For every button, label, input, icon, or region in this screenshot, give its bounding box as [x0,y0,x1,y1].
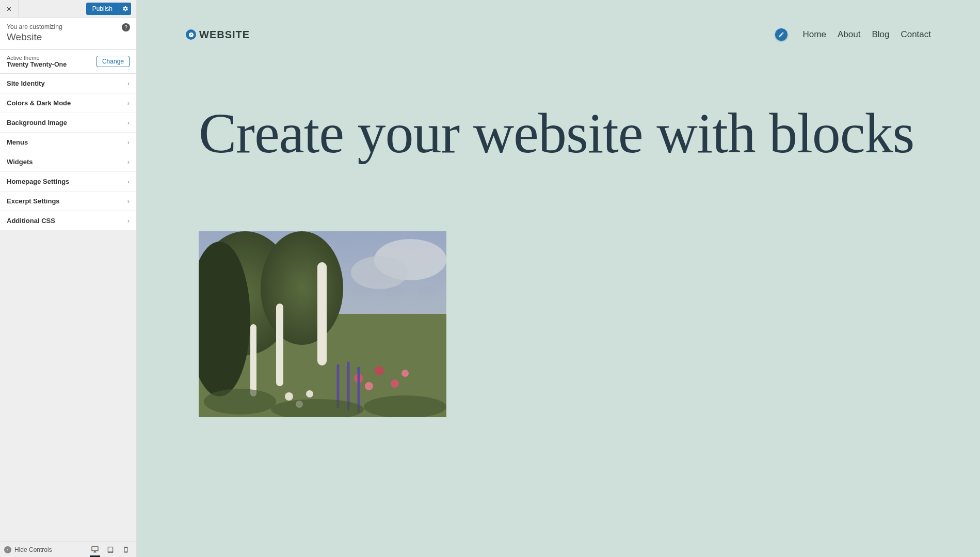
panel-label: Additional CSS [7,217,55,225]
panel-site-identity[interactable]: Site Identity › [0,74,136,93]
nav-link-contact[interactable]: Contact [901,29,931,40]
svg-rect-8 [276,304,283,386]
panel-label: Background Image [7,119,67,126]
panel-label: Excerpt Settings [7,197,60,205]
hero-section: Create your website with blocks [137,41,980,164]
chevron-right-icon: › [127,178,130,185]
panel-label: Menus [7,138,28,146]
edit-shortcut-nav[interactable] [775,28,788,41]
svg-rect-9 [250,324,256,396]
compass-icon [186,29,196,40]
device-mobile-button[interactable] [122,546,130,554]
panel-widgets[interactable]: Widgets › [0,152,136,172]
svg-rect-7 [317,262,327,365]
panel-homepage-settings[interactable]: Homepage Settings › [0,172,136,192]
site-preview: WEBSITE Home About Blog Contact Create y… [137,0,980,557]
chevron-right-icon: › [127,217,130,225]
customizing-info: You are customizing Website ? [0,18,136,50]
svg-point-11 [365,382,373,390]
svg-point-12 [375,366,384,375]
panel-colors-dark-mode[interactable]: Colors & Dark Mode › [0,93,136,113]
panel-label: Site Identity [7,79,45,87]
active-theme-box: Active theme Twenty Twenty-One Change [0,50,136,74]
customizer-sidebar: Publish You are customizing Website ? Ac… [0,0,137,557]
active-theme-text: Active theme Twenty Twenty-One [7,55,67,68]
publish-button[interactable]: Publish [86,3,119,15]
panel-menus[interactable]: Menus › [0,133,136,152]
active-theme-label: Active theme [7,55,67,61]
change-theme-button[interactable]: Change [97,56,130,67]
svg-point-14 [401,370,409,377]
svg-point-13 [391,379,399,388]
device-preview-switcher [91,546,132,554]
panel-label: Colors & Dark Mode [7,99,71,107]
gear-icon [122,6,128,12]
tablet-icon [107,546,114,553]
sidebar-footer: ‹ Hide Controls [0,542,136,557]
desktop-icon [91,546,99,554]
svg-point-5 [261,231,343,345]
publish-settings-button[interactable] [119,3,131,15]
panel-list: Site Identity › Colors & Dark Mode › Bac… [0,74,136,231]
customizing-target: Website [7,31,130,43]
panel-additional-css[interactable]: Additional CSS › [0,211,136,231]
site-nav: Home About Blog Contact [775,28,931,41]
hide-controls-label: Hide Controls [14,546,52,553]
collapse-icon: ‹ [4,546,11,553]
panel-excerpt-settings[interactable]: Excerpt Settings › [0,192,136,211]
sidebar-top-bar: Publish [0,0,136,18]
chevron-right-icon: › [127,197,130,205]
site-title: WEBSITE [199,29,250,41]
active-theme-name: Twenty Twenty-One [7,61,67,68]
svg-point-2 [351,256,408,289]
nav-link-blog[interactable]: Blog [872,29,889,40]
chevron-right-icon: › [127,158,130,166]
chevron-right-icon: › [127,119,130,126]
help-icon: ? [124,25,127,30]
svg-point-17 [306,390,313,397]
panel-label: Homepage Settings [7,178,69,185]
hide-controls-button[interactable]: ‹ Hide Controls [4,546,52,553]
help-button[interactable]: ? [122,23,130,31]
hero-title: Create your website with blocks [199,103,918,164]
site-header: WEBSITE Home About Blog Contact [137,0,980,41]
pencil-icon [778,31,784,38]
painting-image [199,231,446,417]
svg-point-15 [285,392,293,401]
nav-link-home[interactable]: Home [803,29,826,40]
panel-background-image[interactable]: Background Image › [0,113,136,133]
chevron-right-icon: › [127,79,130,87]
device-tablet-button[interactable] [106,546,115,554]
nav-link-about[interactable]: About [838,29,860,40]
svg-point-21 [204,389,276,415]
device-desktop-button[interactable] [91,546,99,554]
mobile-icon [123,546,129,553]
chevron-right-icon: › [127,138,130,146]
chevron-right-icon: › [127,99,130,107]
close-button[interactable] [0,0,19,18]
image-block [137,164,980,417]
customizing-label: You are customizing [7,23,130,30]
publish-group: Publish [86,3,136,15]
svg-point-23 [364,395,446,417]
site-logo[interactable]: WEBSITE [186,29,250,41]
panel-label: Widgets [7,158,33,166]
close-icon [6,6,12,12]
